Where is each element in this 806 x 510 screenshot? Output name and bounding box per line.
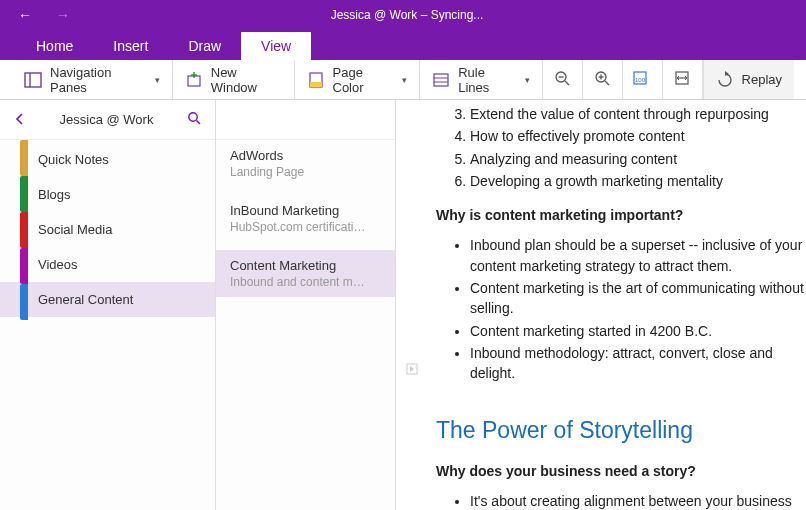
rule-lines-icon — [432, 71, 450, 89]
section-item[interactable]: Blogs — [0, 177, 215, 212]
list-item: Content marketing is the art of communic… — [470, 278, 806, 319]
zoom-in-button[interactable] — [583, 60, 623, 99]
page-title: InBound Marketing — [230, 203, 381, 218]
tab-home[interactable]: Home — [16, 32, 93, 60]
svg-rect-6 — [310, 82, 322, 87]
page-width-icon — [673, 69, 691, 90]
section-heading: The Power of Storytelling — [436, 414, 806, 447]
page-item[interactable]: InBound Marketing HubSpot.com certificat… — [216, 195, 395, 242]
back-arrow-icon[interactable]: ← — [8, 7, 42, 23]
section-label: Videos — [38, 257, 78, 272]
page-subtitle: Landing Page — [230, 165, 381, 179]
replay-button[interactable]: Replay — [703, 60, 794, 99]
rule-lines-label: Rule Lines — [458, 65, 514, 95]
section-label: Blogs — [38, 187, 71, 202]
replay-icon — [716, 71, 734, 89]
svg-point-21 — [189, 112, 197, 120]
list-item: Inbound plan should be a superset -- inc… — [470, 235, 806, 276]
section-label: Quick Notes — [38, 152, 109, 167]
page-color-icon — [307, 71, 325, 89]
zoom-out-button[interactable] — [543, 60, 583, 99]
chevron-down-icon: ▾ — [155, 75, 160, 85]
tab-draw[interactable]: Draw — [168, 32, 241, 60]
chevron-down-icon: ▾ — [525, 75, 530, 85]
search-icon[interactable] — [187, 111, 201, 129]
page-title: Content Marketing — [230, 258, 381, 273]
section-label: Social Media — [38, 222, 112, 237]
chevron-down-icon: ▾ — [402, 75, 407, 85]
notebook-name: Jessica @ Work — [26, 112, 187, 127]
svg-rect-0 — [25, 73, 41, 87]
section-label: General Content — [38, 292, 133, 307]
list-item: Analyzing and measuring content — [470, 149, 806, 169]
tab-insert[interactable]: Insert — [93, 32, 168, 60]
page-item[interactable]: Content Marketing Inbound and content m… — [216, 250, 395, 297]
section-item[interactable]: General Content — [0, 282, 215, 317]
page-width-button[interactable] — [663, 60, 703, 99]
list-item: Extend the value of content through repu… — [470, 104, 806, 124]
navigation-panes-label: Navigation Panes — [50, 65, 145, 95]
panes-icon — [24, 71, 42, 89]
tab-view[interactable]: View — [241, 32, 311, 60]
list-item: It's about creating alignment between yo… — [470, 491, 806, 510]
notebook-back-icon[interactable] — [14, 111, 26, 129]
page-color-label: Page Color — [333, 65, 393, 95]
page-item[interactable]: AdWords Landing Page — [216, 140, 395, 187]
navigation-panes-button[interactable]: Navigation Panes ▾ — [12, 60, 173, 99]
zoom-100-button[interactable]: 100 — [623, 60, 663, 99]
svg-line-22 — [197, 120, 201, 124]
question-heading: Why is content marketing important? — [436, 205, 806, 225]
section-item[interactable]: Social Media — [0, 212, 215, 247]
section-color-tabs — [20, 140, 28, 320]
forward-arrow-icon[interactable]: → — [46, 7, 80, 23]
note-content[interactable]: Extend the value of content through repu… — [396, 100, 806, 510]
list-item: How to effectively promote content — [470, 126, 806, 146]
list-item: Content marketing started in 4200 B.C. — [470, 321, 806, 341]
question-heading: Why does your business need a story? — [436, 461, 806, 481]
new-window-label: New Window — [211, 65, 282, 95]
zoom-out-icon — [553, 69, 571, 90]
svg-line-11 — [565, 81, 569, 85]
new-window-button[interactable]: New Window — [173, 60, 295, 99]
page-subtitle: Inbound and content m… — [230, 275, 381, 289]
svg-rect-7 — [434, 74, 448, 86]
replay-label: Replay — [742, 72, 782, 87]
svg-line-14 — [605, 81, 609, 85]
page-subtitle: HubSpot.com certificati… — [230, 220, 381, 234]
section-item[interactable]: Quick Notes — [0, 142, 215, 177]
page-title: AdWords — [230, 148, 381, 163]
zoom-100-icon: 100 — [632, 69, 652, 90]
section-item[interactable]: Videos — [0, 247, 215, 282]
new-window-icon — [185, 71, 203, 89]
zoom-in-icon — [593, 69, 611, 90]
paragraph-handle-icon[interactable] — [405, 362, 419, 379]
list-item: Developing a growth marketing mentality — [470, 171, 806, 191]
window-title: Jessica @ Work – Syncing... — [88, 8, 726, 22]
rule-lines-button[interactable]: Rule Lines ▾ — [420, 60, 542, 99]
page-color-button[interactable]: Page Color ▾ — [295, 60, 421, 99]
list-item: Inbound methodology: attract, convert, c… — [470, 343, 806, 384]
svg-text:100: 100 — [635, 77, 646, 83]
